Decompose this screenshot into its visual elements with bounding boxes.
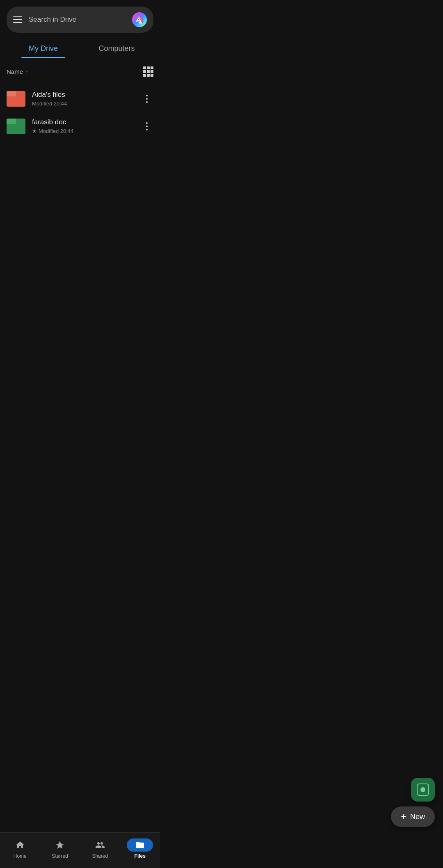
folder-icon-red — [7, 91, 25, 107]
file-name: Aida's files — [32, 91, 134, 99]
more-options-button[interactable] — [140, 92, 153, 105]
three-dots-icon — [146, 95, 148, 103]
file-info: Aida's files Modified 20:44 — [32, 91, 134, 107]
menu-icon[interactable] — [13, 16, 22, 23]
file-meta: Modified 20:44 — [32, 101, 134, 107]
tabs-container: My Drive Computers — [0, 38, 160, 58]
folder-icon-green — [7, 119, 25, 134]
sort-label-text: Name — [7, 68, 23, 75]
grid-view-icon[interactable] — [143, 66, 153, 77]
search-input[interactable]: Search in Drive — [29, 16, 126, 24]
file-meta: ★ Modified 20:44 — [32, 128, 134, 134]
avatar[interactable]: 🦄 — [132, 12, 147, 27]
tab-my-drive[interactable]: My Drive — [7, 38, 80, 58]
sort-row: Name ↑ — [0, 58, 160, 82]
file-name: farasib doc — [32, 118, 134, 126]
list-item[interactable]: Aida's files Modified 20:44 — [0, 85, 160, 112]
list-item[interactable]: farasib doc ★ Modified 20:44 — [0, 112, 160, 140]
sort-button[interactable]: Name ↑ — [7, 68, 28, 75]
three-dots-icon — [146, 122, 148, 130]
sort-arrow-icon: ↑ — [25, 69, 28, 75]
file-info: farasib doc ★ Modified 20:44 — [32, 118, 134, 134]
more-options-button[interactable] — [140, 120, 153, 133]
search-bar[interactable]: Search in Drive 🦄 — [7, 7, 153, 33]
starred-icon: ★ — [32, 128, 37, 134]
tab-computers[interactable]: Computers — [80, 38, 153, 58]
file-list: Aida's files Modified 20:44 farasib doc … — [0, 82, 160, 143]
